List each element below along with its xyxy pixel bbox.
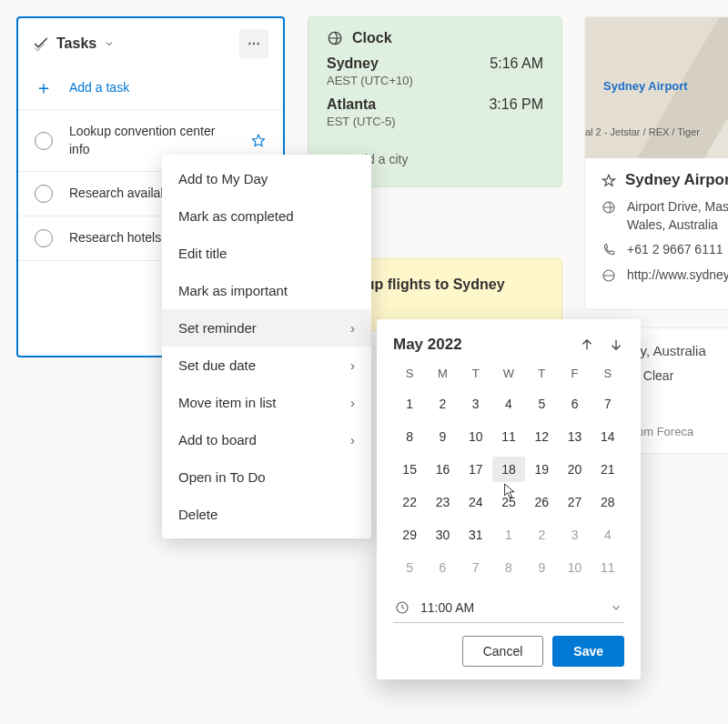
calendar-day[interactable]: 7 xyxy=(592,391,624,417)
task-checkbox[interactable] xyxy=(35,185,53,203)
context-menu-label: Add to My Day xyxy=(178,171,268,186)
add-task-button[interactable]: ＋ Add a task xyxy=(18,65,283,110)
calendar-day[interactable]: 5 xyxy=(393,555,426,580)
map-phone-row[interactable]: +61 2 9667 6111 xyxy=(602,241,728,259)
calendar-day[interactable]: 31 xyxy=(460,522,492,548)
calendar-day[interactable]: 16 xyxy=(426,457,459,482)
calendar-day[interactable]: 8 xyxy=(393,424,426,449)
map-address: Airport Drive, Mascot, New South Wales, … xyxy=(627,198,728,234)
arrow-up-icon[interactable] xyxy=(579,337,595,353)
context-menu-item[interactable]: Set reminder› xyxy=(162,309,371,347)
calendar-day[interactable]: 20 xyxy=(558,457,591,482)
map-title-row: Sydney Airport xyxy=(602,171,728,189)
save-label: Save xyxy=(573,644,603,659)
tasks-title-label: Tasks xyxy=(56,35,96,52)
calendar-day[interactable]: 13 xyxy=(558,424,591,449)
save-button[interactable]: Save xyxy=(552,636,624,667)
context-menu-item[interactable]: Move item in list› xyxy=(162,384,371,421)
calendar-day[interactable]: 26 xyxy=(525,489,558,515)
clock-city-time: 3:16 PM xyxy=(489,96,543,113)
calendar-day[interactable]: 15 xyxy=(393,457,426,482)
calendar-dow: T xyxy=(525,363,558,384)
calendar-day[interactable]: 28 xyxy=(592,489,624,515)
map-address-row: Airport Drive, Mascot, New South Wales, … xyxy=(602,198,728,234)
star-icon[interactable] xyxy=(250,133,267,149)
calendar-day[interactable]: 4 xyxy=(492,391,525,417)
calendar-day[interactable]: 29 xyxy=(393,522,426,548)
context-menu-label: Open in To Do xyxy=(178,469,266,485)
context-menu-label: Mark as completed xyxy=(178,208,294,224)
map-url-row[interactable]: http://www.sydneyairport.com.au xyxy=(602,266,728,285)
clock-header: Clock xyxy=(327,30,543,46)
context-menu-item[interactable]: Add to My Day xyxy=(162,160,371,197)
calendar-day[interactable]: 8 xyxy=(492,555,525,580)
arrow-down-icon[interactable] xyxy=(608,337,624,353)
calendar-dow: W xyxy=(492,363,525,384)
calendar-day[interactable]: 1 xyxy=(393,391,426,417)
plus-icon: ＋ xyxy=(35,78,53,96)
calendar-day[interactable]: 6 xyxy=(558,391,591,417)
clock-city-row: Sydney5:16 AMAEST (UTC+10) xyxy=(327,55,543,87)
calendar-day[interactable]: 11 xyxy=(592,555,624,580)
calendar-day[interactable]: 3 xyxy=(558,522,591,548)
calendar-day[interactable]: 7 xyxy=(460,555,492,580)
calendar-day[interactable]: 2 xyxy=(426,391,459,417)
context-menu-item[interactable]: Set due date› xyxy=(162,347,371,384)
calendar-day[interactable]: 9 xyxy=(426,424,459,449)
calendar-day[interactable]: 12 xyxy=(525,424,558,449)
context-menu-item[interactable]: Open in To Do xyxy=(162,458,371,496)
clock-city-row: Atlanta3:16 PMEST (UTC-5) xyxy=(327,96,543,128)
context-menu-item[interactable]: Mark as completed xyxy=(162,197,371,235)
reminder-time-input[interactable]: 11:00 AM xyxy=(393,595,624,623)
calendar-day[interactable]: 17 xyxy=(460,457,492,482)
calendar-day[interactable]: 10 xyxy=(460,424,492,449)
clock-city-timezone: EST (UTC-5) xyxy=(327,115,543,128)
calendar-day[interactable]: 11 xyxy=(492,424,525,449)
context-menu-item[interactable]: Delete xyxy=(162,496,371,533)
clock-city-timezone: AEST (UTC+10) xyxy=(327,74,543,87)
calendar-day[interactable]: 9 xyxy=(525,555,558,580)
map-title: Sydney Airport xyxy=(625,171,728,189)
calendar-day[interactable]: 25 xyxy=(492,489,525,515)
calendar-day[interactable]: 24 xyxy=(460,489,492,515)
calendar-day[interactable]: 3 xyxy=(460,391,492,417)
calendar-day[interactable]: 30 xyxy=(426,522,459,548)
calendar-day[interactable]: 21 xyxy=(592,457,624,482)
map-info: Sydney Airport Airport Drive, Mascot, Ne… xyxy=(585,158,728,309)
calendar-day[interactable]: 5 xyxy=(525,391,558,417)
chevron-right-icon: › xyxy=(350,357,355,373)
more-button[interactable]: ⋯ xyxy=(239,29,268,58)
chevron-right-icon: › xyxy=(350,432,355,447)
context-menu-label: Delete xyxy=(178,507,217,522)
map-phone: +61 2 9667 6111 xyxy=(627,241,723,259)
calendar-day[interactable]: 1 xyxy=(492,522,525,548)
calendar-day[interactable]: 10 xyxy=(558,555,591,580)
map-url: http://www.sydneyairport.com.au xyxy=(627,266,728,285)
more-icon: ⋯ xyxy=(248,36,261,51)
context-menu-item[interactable]: Mark as important xyxy=(162,272,371,309)
calendar-dow: S xyxy=(393,363,426,384)
cancel-button[interactable]: Cancel xyxy=(462,636,544,667)
context-menu-item[interactable]: Add to board› xyxy=(162,421,371,458)
calendar-day[interactable]: 23 xyxy=(426,489,459,515)
calendar-day[interactable]: 14 xyxy=(592,424,624,449)
tasks-title-button[interactable]: Tasks xyxy=(33,35,115,52)
context-menu-label: Mark as important xyxy=(178,283,288,298)
task-checkbox[interactable] xyxy=(35,132,53,150)
calendar-day[interactable]: 27 xyxy=(558,489,591,515)
context-menu-item[interactable]: Edit title xyxy=(162,235,371,272)
chevron-right-icon: › xyxy=(350,320,355,336)
calendar-day[interactable]: 4 xyxy=(592,522,624,548)
calendar-day[interactable]: 6 xyxy=(426,555,459,580)
task-checkbox[interactable] xyxy=(35,229,53,247)
map-image[interactable]: Terminal 1 Qantas Sydney Airport al 2 - … xyxy=(585,17,728,158)
calendar-day[interactable]: 19 xyxy=(525,457,558,482)
calendar-day[interactable]: 18 xyxy=(492,457,525,482)
context-menu-label: Edit title xyxy=(178,246,227,261)
calendar-month-title[interactable]: May 2022 xyxy=(393,336,462,354)
calendar-day[interactable]: 22 xyxy=(393,489,426,515)
map-label-terminal2: al 2 - Jetstar / REX / Tiger xyxy=(585,126,700,137)
calendar-day[interactable]: 2 xyxy=(525,522,558,548)
task-text: Lookup convention center info xyxy=(69,123,234,158)
checkmark-icon xyxy=(33,35,49,52)
